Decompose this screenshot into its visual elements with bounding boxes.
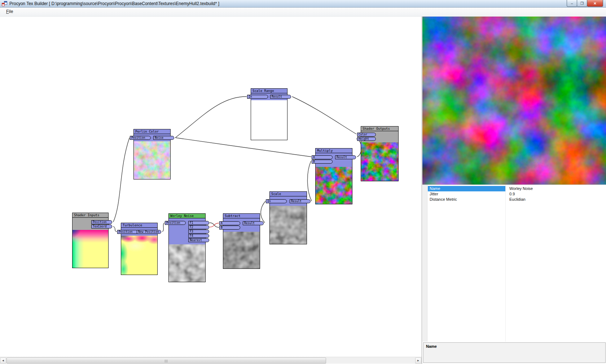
texture-preview: [422, 17, 606, 185]
node-preview-turbulence: [121, 236, 157, 275]
node-preview-subtract: [223, 232, 260, 268]
pin-position[interactable]: Position: [91, 220, 112, 224]
node-title: Turbulence: [121, 223, 157, 228]
title-bar[interactable]: Procyon Tex Builder [ D:\programming\sou…: [0, 0, 606, 8]
property-value[interactable]: Worley Noise: [506, 186, 606, 191]
pin-a[interactable]: A: [312, 155, 333, 159]
window-title: Procyon Tex Builder [ D:\programming\sou…: [9, 1, 219, 6]
right-panel: Name Worley Noise Jitter 0.9 Distance Me…: [422, 17, 606, 364]
node-preview-blank: [251, 100, 287, 140]
pin-nearest[interactable]: Nearest: [188, 238, 209, 242]
wire-subtract-to-scale: [261, 201, 265, 223]
wire-f1-to-subtract-b: [210, 223, 219, 227]
node-preview-gradient: [73, 230, 108, 268]
scrollbar-thumb[interactable]: [6, 358, 326, 364]
property-grid[interactable]: Name Worley Noise Jitter 0.9 Distance Me…: [422, 185, 606, 342]
pin-b[interactable]: B: [312, 160, 333, 164]
node-preview-scale: [270, 206, 307, 244]
node-shader-outputs[interactable]: Shader Outputs Color Height: [361, 126, 399, 181]
wire-scalerange-to-color: [292, 97, 356, 134]
pin-position[interactable]: Position: [165, 221, 186, 225]
scroll-right-arrow[interactable]: ►: [415, 358, 421, 364]
pin-f2[interactable]: F2: [188, 225, 209, 229]
wire-position-to-perlin: [113, 138, 129, 222]
node-preview-output: [361, 142, 398, 181]
property-description-box: Name: [423, 342, 606, 363]
pin-in[interactable]: In: [247, 95, 268, 99]
pin-in[interactable]: In: [266, 199, 287, 203]
pin-texcoord[interactable]: TexCoord: [91, 225, 112, 228]
property-value[interactable]: Euclidian: [506, 197, 606, 202]
property-name[interactable]: Distance Metric: [428, 197, 505, 202]
node-preview-perlin: [134, 141, 170, 179]
node-title: Scale Range: [251, 89, 287, 93]
horizontal-scrollbar[interactable]: ◄ ►: [0, 357, 422, 364]
node-worley-noise[interactable]: Worley Noise Position F1 F2 F3 F4 Neares…: [168, 213, 206, 282]
wire-f2-to-subtract-a: [210, 223, 219, 227]
wire-texcoord-to-turbulence: [113, 226, 117, 232]
property-name[interactable]: Jitter: [428, 191, 505, 197]
maximize-button[interactable]: ❐: [577, 0, 587, 7]
pin-height[interactable]: Height: [357, 137, 376, 141]
wire-turbulence-to-worley: [162, 223, 164, 232]
node-perlin-color[interactable]: Perlin Color Position Noise: [133, 129, 171, 179]
menu-file[interactable]: File: [3, 8, 16, 15]
menu-bar: File: [0, 8, 606, 17]
node-graph-canvas[interactable]: Scale Range In Result Perlin Color Posit…: [0, 17, 422, 357]
pin-position[interactable]: Position: [117, 230, 138, 234]
maximize-icon: ❐: [580, 1, 584, 5]
scroll-left-arrow[interactable]: ◄: [0, 358, 6, 364]
node-turbulence[interactable]: Turbulence Position New Position: [121, 223, 158, 275]
node-title: Multiply: [316, 148, 352, 153]
node-subtract[interactable]: Subtract A B Result: [223, 213, 260, 269]
property-row-name[interactable]: Name Worley Noise: [428, 186, 606, 191]
node-title: Shader Outputs: [361, 126, 398, 131]
property-row-jitter[interactable]: Jitter 0.9: [428, 191, 606, 197]
pin-b[interactable]: B: [219, 226, 240, 230]
close-button[interactable]: ✕: [587, 0, 603, 7]
pin-new-position[interactable]: New Position: [137, 230, 161, 234]
pin-color[interactable]: Color: [357, 133, 376, 137]
pin-position[interactable]: Position: [130, 136, 151, 140]
pin-result[interactable]: Result: [335, 155, 356, 159]
property-value[interactable]: 0.9: [506, 191, 606, 197]
scrollbar-grip-icon: [165, 360, 168, 363]
node-scale-range[interactable]: Scale Range In Result: [251, 88, 287, 140]
property-description-title: Name: [423, 343, 605, 349]
node-title: Scale: [270, 192, 307, 196]
pin-noise[interactable]: Noise: [153, 136, 174, 140]
minimize-icon: –: [571, 1, 573, 5]
wires: [0, 17, 422, 357]
node-shader-inputs[interactable]: Shader Inputs Position TexCoord: [72, 213, 109, 268]
node-title: Subtract: [223, 214, 260, 218]
wire-noise-to-scalerange: [175, 97, 247, 138]
node-title: Worley Noise: [169, 214, 205, 218]
wire-noise-to-multiply-a: [175, 138, 311, 157]
property-row-distance-metric[interactable]: Distance Metric Euclidian: [428, 197, 606, 202]
pin-f4[interactable]: F4: [188, 234, 209, 238]
pin-result[interactable]: Result: [243, 221, 264, 225]
wire-scale-to-multiply-b: [307, 161, 312, 201]
pin-f1[interactable]: F1: [188, 221, 209, 225]
node-preview-worley: [169, 244, 205, 282]
minimize-button[interactable]: –: [567, 0, 577, 7]
node-preview-multiply: [316, 167, 352, 204]
node-title: Shader Inputs: [73, 213, 108, 218]
pin-result[interactable]: Result: [270, 95, 291, 99]
property-grid-gutter: [422, 185, 427, 342]
pin-result[interactable]: Result: [290, 199, 311, 203]
property-name[interactable]: Name: [428, 186, 505, 191]
node-scale[interactable]: Scale In Result: [269, 191, 307, 244]
node-title: Perlin Color: [134, 129, 170, 134]
node-multiply[interactable]: Multiply A B Result: [315, 148, 352, 204]
app-icon: [2, 1, 7, 6]
pin-f3[interactable]: F3: [188, 230, 209, 234]
pin-a[interactable]: A: [219, 221, 240, 225]
close-icon: ✕: [593, 1, 596, 5]
